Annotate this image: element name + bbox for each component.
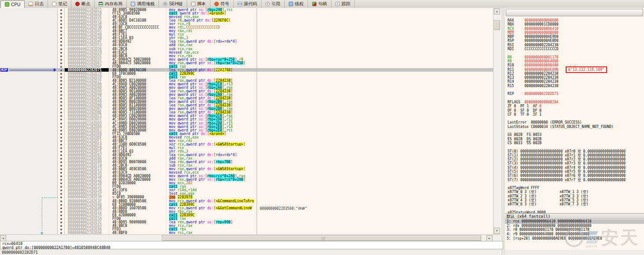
bytes-cell[interactable]: FF15 7A0D0500 bbox=[109, 132, 166, 135]
comment-cell[interactable] bbox=[257, 110, 500, 114]
comment-cell[interactable] bbox=[257, 58, 500, 61]
address-cell[interactable]: 0000000002282E06 bbox=[65, 157, 109, 160]
disasm-row[interactable]: 0000000002282E55E8 420B0000call 228399C bbox=[0, 213, 500, 217]
comment-cell[interactable] bbox=[257, 146, 500, 149]
breakpoint-dot[interactable] bbox=[58, 68, 65, 72]
bytes-cell[interactable]: 4C:8D05 D4C10100 bbox=[109, 18, 166, 22]
address-cell[interactable]: 0000000002282E46 bbox=[65, 203, 109, 206]
comment-cell[interactable] bbox=[257, 82, 500, 86]
disasm-row[interactable]: 0000000002282DE148:89B5 E8020000mov qwor… bbox=[0, 128, 500, 132]
instruction-cell[interactable]: mov rcx,rbx bbox=[166, 54, 257, 58]
breakpoint-dot[interactable] bbox=[58, 121, 65, 125]
disasm-row[interactable]: 0000000002282D6748:8B84C5 50020000mov ra… bbox=[0, 61, 500, 65]
comment-cell[interactable] bbox=[257, 68, 500, 72]
address-cell[interactable]: 0000000002282D7D bbox=[65, 75, 109, 79]
instruction-cell[interactable]: call qword ptr ds:[<&rand>] bbox=[166, 11, 257, 15]
breakpoint-dot[interactable] bbox=[58, 199, 65, 203]
instruction-cell[interactable]: mov qword ptr ss:[rbp+2C0],rax bbox=[166, 114, 257, 117]
comment-cell[interactable] bbox=[257, 86, 500, 89]
bytes-cell[interactable]: 48:89B5 98020000 bbox=[109, 8, 166, 11]
address-cell[interactable]: 0000000002282DEE bbox=[65, 135, 109, 139]
disasm-row[interactable]: 0000000002282DD34C:89BD D8020000mov qwor… bbox=[0, 121, 500, 125]
instruction-cell[interactable]: mov rcx,rax bbox=[166, 224, 257, 227]
address-cell[interactable]: 0000000002282E63 bbox=[65, 224, 109, 227]
comment-cell[interactable] bbox=[257, 220, 500, 224]
instruction-cell[interactable]: mov rcx,qword ptr ds:[<&CommandLineToArg bbox=[166, 199, 257, 203]
instruction-cell[interactable]: mov rax,qword ptr ds:[<&WSAStartup>] bbox=[166, 167, 257, 171]
bytes-cell[interactable]: FFD0 bbox=[109, 65, 166, 68]
disasm-row[interactable]: 0000000002282DFE48:C1EA 03shr rdx,3 bbox=[0, 149, 500, 153]
bytes-cell[interactable]: 49:33C8 bbox=[109, 22, 166, 26]
instruction-cell[interactable]: lea rax,qword ptr ds:[2284238] bbox=[166, 110, 257, 114]
comment-cell[interactable] bbox=[257, 217, 500, 220]
breakpoint-dot[interactable] bbox=[58, 58, 65, 61]
instruction-cell[interactable]: mov qword ptr ss:[rbp+2D8],r15 bbox=[166, 121, 257, 125]
tab-notes[interactable]: 笔记 bbox=[48, 0, 71, 8]
breakpoint-dot[interactable] bbox=[58, 160, 65, 164]
breakpoint-dot[interactable] bbox=[58, 157, 65, 160]
address-cell[interactable]: 0000000002282E1A bbox=[65, 171, 109, 174]
disasm-row[interactable]: 0000000002282D5948:63C1movsxd rax,ecx bbox=[0, 51, 500, 54]
instruction-cell[interactable]: mov qword ptr ss:[rbp+2A8],rax bbox=[166, 93, 257, 96]
breakpoint-dot[interactable] bbox=[58, 217, 65, 220]
address-cell[interactable]: 0000000002282D78 bbox=[65, 72, 109, 75]
comment-cell[interactable] bbox=[257, 185, 500, 188]
comment-cell[interactable] bbox=[257, 40, 500, 43]
disasm-row[interactable]: 0000000002282E4B48:8B0D 16070500mov rcx,… bbox=[0, 206, 500, 210]
comment-cell[interactable] bbox=[257, 54, 500, 58]
comment-cell[interactable] bbox=[257, 89, 500, 93]
instruction-cell[interactable]: xor r14d,r14d bbox=[166, 188, 257, 192]
instruction-cell[interactable]: mov qword ptr ss:[rbp+2B0],rax bbox=[166, 100, 257, 103]
comment-cell[interactable] bbox=[257, 171, 500, 174]
address-cell[interactable]: 0000000002282E55 bbox=[65, 213, 109, 217]
bytes-cell[interactable]: 48:63C8 bbox=[109, 135, 166, 139]
address-cell[interactable]: 0000000002282D71 bbox=[65, 68, 109, 72]
instruction-cell[interactable]: movsxd rcx,eax bbox=[166, 15, 257, 18]
breakpoint-dot[interactable] bbox=[58, 40, 65, 43]
disasm-row[interactable]: 0000000002282D4848:F7E1mul rcx bbox=[0, 33, 500, 36]
disasm-row[interactable]: 0000000002282E6348:8BC8mov rcx,rax bbox=[0, 224, 500, 227]
disasm-row[interactable]: 0000000002282E6848:8BF0mov rsi,rax bbox=[0, 231, 500, 234]
disassembly-pane[interactable]: 0000000002282D2148:89B5 98020000mov qwor… bbox=[0, 8, 500, 234]
bytes-cell[interactable]: E8 510B0000 bbox=[109, 203, 166, 206]
address-cell[interactable]: 0000000002282D3B bbox=[65, 26, 109, 29]
address-cell[interactable]: 0000000002282E34 bbox=[65, 188, 109, 192]
disasm-row[interactable]: 0000000002282D9448:8D05 9D140000lea rax,… bbox=[0, 89, 500, 93]
bytes-cell[interactable]: 48:8D95 98090000 bbox=[109, 220, 166, 224]
bytes-cell[interactable]: 48:F7E1 bbox=[109, 146, 166, 149]
comment-cell[interactable] bbox=[257, 114, 500, 117]
instruction-cell[interactable]: lea rax,qword ptr ds:[2284238] bbox=[166, 103, 257, 107]
bytes-cell[interactable]: FFD0 bbox=[109, 75, 166, 79]
comment-cell[interactable] bbox=[257, 231, 500, 234]
instruction-cell[interactable]: lea rax,qword ptr ds:[2284238] bbox=[166, 79, 257, 82]
address-cell[interactable]: 0000000002282D48 bbox=[65, 33, 109, 36]
disasm-row[interactable]: 0000000002282D2148:89B5 98020000mov qwor… bbox=[0, 8, 500, 11]
bytes-cell[interactable]: 48:8D05 81140000 bbox=[109, 103, 166, 107]
instruction-cell[interactable]: mov rax,rdi bbox=[166, 139, 257, 142]
tab-symbols[interactable]: 符号 bbox=[210, 0, 234, 8]
disasm-row[interactable]: 0000000002282D6FFFD0call rax bbox=[0, 65, 500, 68]
registers-toolbar-button[interactable] bbox=[506, 9, 643, 16]
address-cell[interactable]: 0000000002282D8D bbox=[65, 86, 109, 89]
instruction-cell[interactable]: call rax bbox=[166, 185, 257, 188]
comment-cell[interactable] bbox=[257, 96, 500, 100]
breakpoint-dot[interactable] bbox=[58, 72, 65, 75]
comment-cell[interactable] bbox=[257, 43, 500, 47]
bytes-cell[interactable]: 48:8D05 9D140000 bbox=[109, 89, 166, 93]
disasm-row[interactable]: 0000000002282E0648:03C0add rax,rax bbox=[0, 157, 500, 160]
address-cell[interactable]: 0000000002282E13 bbox=[65, 167, 109, 171]
instruction-cell[interactable]: mov qword ptr ss:[rbp+298],rsi bbox=[166, 8, 257, 11]
bytes-cell[interactable]: FFD0 bbox=[109, 217, 166, 220]
address-cell[interactable]: 0000000002282E39 bbox=[65, 195, 109, 199]
comment-cell[interactable] bbox=[257, 178, 500, 181]
bytes-cell[interactable]: 48:8D0D 08EA0100 bbox=[109, 68, 166, 72]
disasm-row[interactable]: 0000000002282D4B48:C1EA 03shr rdx,3 bbox=[0, 36, 500, 40]
breakpoint-dot[interactable] bbox=[58, 146, 65, 149]
bytes-cell[interactable]: 48:8B84CD A0020000 bbox=[109, 178, 166, 181]
instruction-cell[interactable]: mov rax,qword ptr ss:[rbp+rax*8+250] bbox=[166, 61, 257, 65]
bytes-cell[interactable]: 48:2BC8 bbox=[109, 164, 166, 167]
address-cell[interactable]: 0000000002282D2E bbox=[65, 15, 109, 18]
address-cell[interactable]: 0000000002282D94 bbox=[65, 89, 109, 93]
bytes-cell[interactable]: 4C:89A5 D0020000 bbox=[109, 117, 166, 121]
instruction-cell[interactable]: mov qword ptr ss:[rbp+2E8],rsi bbox=[166, 128, 257, 132]
